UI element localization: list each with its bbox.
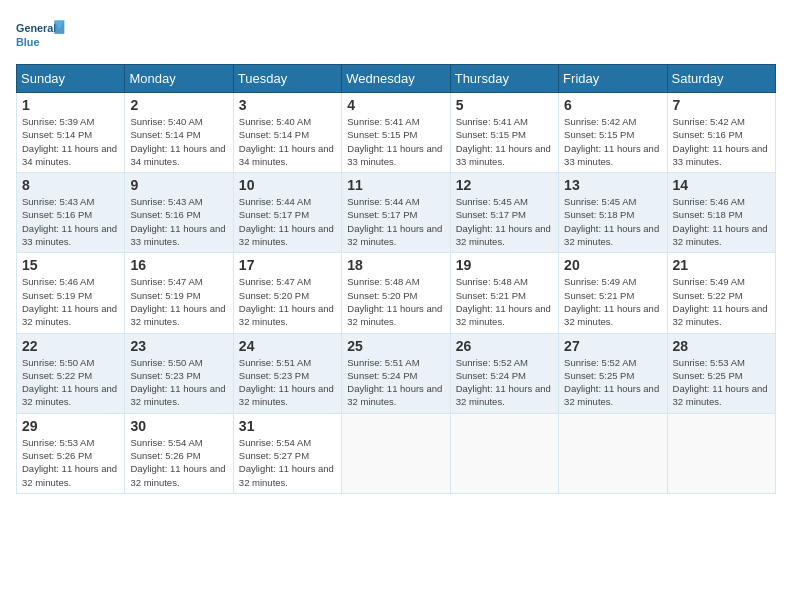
daylight-label: Daylight: 11 hours and 32 minutes. [239, 303, 334, 327]
calendar-cell: 16 Sunrise: 5:47 AM Sunset: 5:19 PM Dayl… [125, 253, 233, 333]
svg-text:Blue: Blue [16, 36, 39, 48]
daylight-label: Daylight: 11 hours and 33 minutes. [347, 143, 442, 167]
daylight-label: Daylight: 11 hours and 32 minutes. [22, 303, 117, 327]
day-number: 26 [456, 338, 553, 354]
day-number: 24 [239, 338, 336, 354]
day-number: 5 [456, 97, 553, 113]
daylight-label: Daylight: 11 hours and 32 minutes. [673, 223, 768, 247]
calendar-cell [342, 413, 450, 493]
day-detail: Sunrise: 5:51 AM Sunset: 5:24 PM Dayligh… [347, 356, 444, 409]
calendar-cell: 14 Sunrise: 5:46 AM Sunset: 5:18 PM Dayl… [667, 173, 775, 253]
sunset-label: Sunset: 5:23 PM [239, 370, 309, 381]
day-detail: Sunrise: 5:39 AM Sunset: 5:14 PM Dayligh… [22, 115, 119, 168]
sunrise-label: Sunrise: 5:50 AM [130, 357, 202, 368]
day-detail: Sunrise: 5:47 AM Sunset: 5:20 PM Dayligh… [239, 275, 336, 328]
daylight-label: Daylight: 11 hours and 34 minutes. [22, 143, 117, 167]
sunrise-label: Sunrise: 5:44 AM [239, 196, 311, 207]
daylight-label: Daylight: 11 hours and 32 minutes. [347, 303, 442, 327]
sunset-label: Sunset: 5:14 PM [22, 129, 92, 140]
day-detail: Sunrise: 5:52 AM Sunset: 5:25 PM Dayligh… [564, 356, 661, 409]
calendar-cell: 25 Sunrise: 5:51 AM Sunset: 5:24 PM Dayl… [342, 333, 450, 413]
calendar-cell: 1 Sunrise: 5:39 AM Sunset: 5:14 PM Dayli… [17, 93, 125, 173]
sunset-label: Sunset: 5:18 PM [673, 209, 743, 220]
day-number: 25 [347, 338, 444, 354]
day-detail: Sunrise: 5:43 AM Sunset: 5:16 PM Dayligh… [22, 195, 119, 248]
day-number: 9 [130, 177, 227, 193]
calendar-cell [559, 413, 667, 493]
sunset-label: Sunset: 5:20 PM [347, 290, 417, 301]
calendar-cell: 31 Sunrise: 5:54 AM Sunset: 5:27 PM Dayl… [233, 413, 341, 493]
weekday-header-wednesday: Wednesday [342, 65, 450, 93]
calendar-cell: 24 Sunrise: 5:51 AM Sunset: 5:23 PM Dayl… [233, 333, 341, 413]
day-detail: Sunrise: 5:53 AM Sunset: 5:25 PM Dayligh… [673, 356, 770, 409]
day-number: 6 [564, 97, 661, 113]
calendar-cell: 22 Sunrise: 5:50 AM Sunset: 5:22 PM Dayl… [17, 333, 125, 413]
day-number: 29 [22, 418, 119, 434]
weekday-header-monday: Monday [125, 65, 233, 93]
calendar-cell: 2 Sunrise: 5:40 AM Sunset: 5:14 PM Dayli… [125, 93, 233, 173]
calendar-cell: 7 Sunrise: 5:42 AM Sunset: 5:16 PM Dayli… [667, 93, 775, 173]
day-detail: Sunrise: 5:50 AM Sunset: 5:23 PM Dayligh… [130, 356, 227, 409]
daylight-label: Daylight: 11 hours and 32 minutes. [130, 303, 225, 327]
calendar-cell: 27 Sunrise: 5:52 AM Sunset: 5:25 PM Dayl… [559, 333, 667, 413]
sunset-label: Sunset: 5:25 PM [673, 370, 743, 381]
day-detail: Sunrise: 5:49 AM Sunset: 5:21 PM Dayligh… [564, 275, 661, 328]
daylight-label: Daylight: 11 hours and 33 minutes. [130, 223, 225, 247]
day-detail: Sunrise: 5:53 AM Sunset: 5:26 PM Dayligh… [22, 436, 119, 489]
sunrise-label: Sunrise: 5:46 AM [673, 196, 745, 207]
sunrise-label: Sunrise: 5:45 AM [564, 196, 636, 207]
daylight-label: Daylight: 11 hours and 32 minutes. [239, 463, 334, 487]
sunrise-label: Sunrise: 5:43 AM [22, 196, 94, 207]
sunset-label: Sunset: 5:23 PM [130, 370, 200, 381]
calendar-cell: 11 Sunrise: 5:44 AM Sunset: 5:17 PM Dayl… [342, 173, 450, 253]
calendar-cell: 18 Sunrise: 5:48 AM Sunset: 5:20 PM Dayl… [342, 253, 450, 333]
sunrise-label: Sunrise: 5:44 AM [347, 196, 419, 207]
sunset-label: Sunset: 5:16 PM [673, 129, 743, 140]
sunset-label: Sunset: 5:14 PM [130, 129, 200, 140]
day-detail: Sunrise: 5:52 AM Sunset: 5:24 PM Dayligh… [456, 356, 553, 409]
sunrise-label: Sunrise: 5:39 AM [22, 116, 94, 127]
sunset-label: Sunset: 5:26 PM [22, 450, 92, 461]
calendar-cell: 19 Sunrise: 5:48 AM Sunset: 5:21 PM Dayl… [450, 253, 558, 333]
day-detail: Sunrise: 5:48 AM Sunset: 5:21 PM Dayligh… [456, 275, 553, 328]
sunset-label: Sunset: 5:18 PM [564, 209, 634, 220]
sunrise-label: Sunrise: 5:49 AM [564, 276, 636, 287]
sunset-label: Sunset: 5:19 PM [130, 290, 200, 301]
daylight-label: Daylight: 11 hours and 33 minutes. [456, 143, 551, 167]
sunrise-label: Sunrise: 5:52 AM [564, 357, 636, 368]
sunrise-label: Sunrise: 5:41 AM [347, 116, 419, 127]
calendar-cell: 20 Sunrise: 5:49 AM Sunset: 5:21 PM Dayl… [559, 253, 667, 333]
sunrise-label: Sunrise: 5:53 AM [22, 437, 94, 448]
sunrise-label: Sunrise: 5:43 AM [130, 196, 202, 207]
day-number: 20 [564, 257, 661, 273]
day-detail: Sunrise: 5:47 AM Sunset: 5:19 PM Dayligh… [130, 275, 227, 328]
sunset-label: Sunset: 5:14 PM [239, 129, 309, 140]
sunset-label: Sunset: 5:26 PM [130, 450, 200, 461]
sunrise-label: Sunrise: 5:52 AM [456, 357, 528, 368]
day-detail: Sunrise: 5:42 AM Sunset: 5:16 PM Dayligh… [673, 115, 770, 168]
day-detail: Sunrise: 5:51 AM Sunset: 5:23 PM Dayligh… [239, 356, 336, 409]
day-number: 8 [22, 177, 119, 193]
sunrise-label: Sunrise: 5:42 AM [564, 116, 636, 127]
calendar-cell: 8 Sunrise: 5:43 AM Sunset: 5:16 PM Dayli… [17, 173, 125, 253]
weekday-header-saturday: Saturday [667, 65, 775, 93]
day-detail: Sunrise: 5:48 AM Sunset: 5:20 PM Dayligh… [347, 275, 444, 328]
day-number: 27 [564, 338, 661, 354]
calendar-cell: 29 Sunrise: 5:53 AM Sunset: 5:26 PM Dayl… [17, 413, 125, 493]
sunrise-label: Sunrise: 5:42 AM [673, 116, 745, 127]
day-number: 12 [456, 177, 553, 193]
daylight-label: Daylight: 11 hours and 34 minutes. [130, 143, 225, 167]
sunrise-label: Sunrise: 5:45 AM [456, 196, 528, 207]
sunset-label: Sunset: 5:25 PM [564, 370, 634, 381]
calendar-cell [450, 413, 558, 493]
calendar-week-row: 1 Sunrise: 5:39 AM Sunset: 5:14 PM Dayli… [17, 93, 776, 173]
daylight-label: Daylight: 11 hours and 32 minutes. [22, 463, 117, 487]
daylight-label: Daylight: 11 hours and 32 minutes. [456, 303, 551, 327]
calendar-cell: 12 Sunrise: 5:45 AM Sunset: 5:17 PM Dayl… [450, 173, 558, 253]
sunset-label: Sunset: 5:22 PM [673, 290, 743, 301]
weekday-header-thursday: Thursday [450, 65, 558, 93]
day-number: 17 [239, 257, 336, 273]
calendar-cell: 28 Sunrise: 5:53 AM Sunset: 5:25 PM Dayl… [667, 333, 775, 413]
day-number: 31 [239, 418, 336, 434]
daylight-label: Daylight: 11 hours and 32 minutes. [347, 223, 442, 247]
